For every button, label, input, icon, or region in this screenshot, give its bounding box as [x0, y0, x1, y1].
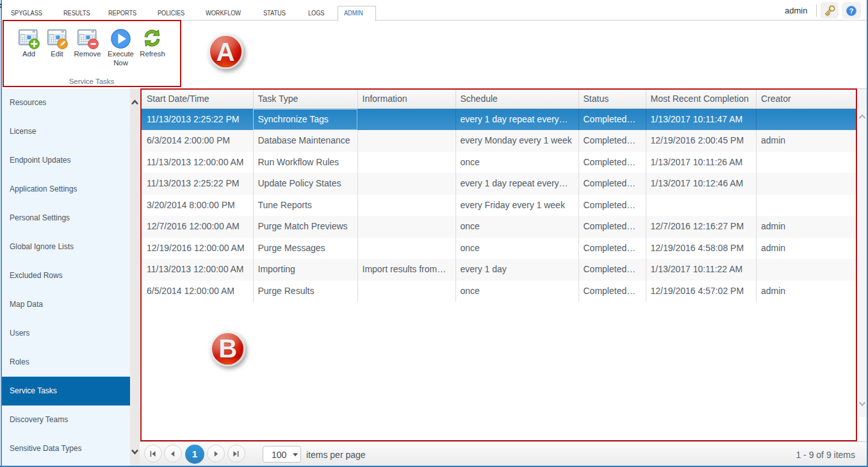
- svg-text:?: ?: [849, 7, 853, 15]
